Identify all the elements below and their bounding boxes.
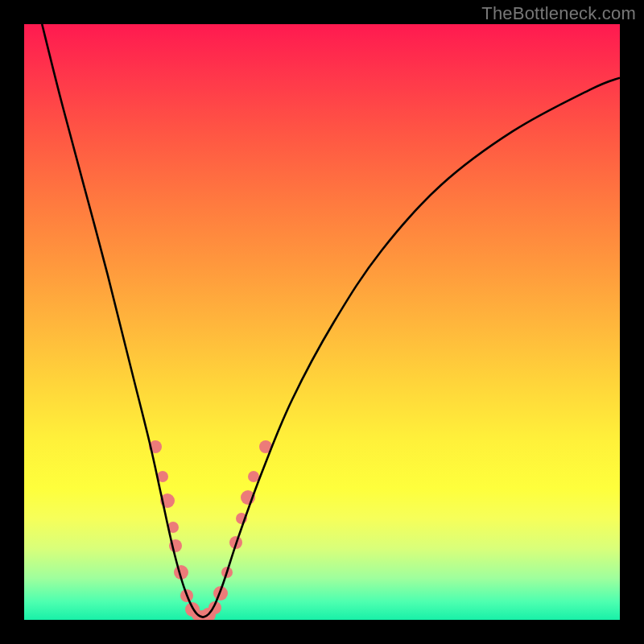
bottleneck-curve (42, 24, 620, 617)
watermark-text: TheBottleneck.com (481, 3, 636, 24)
plot-area (24, 24, 620, 620)
curve-svg (24, 24, 620, 620)
chart-frame: TheBottleneck.com (0, 0, 644, 644)
